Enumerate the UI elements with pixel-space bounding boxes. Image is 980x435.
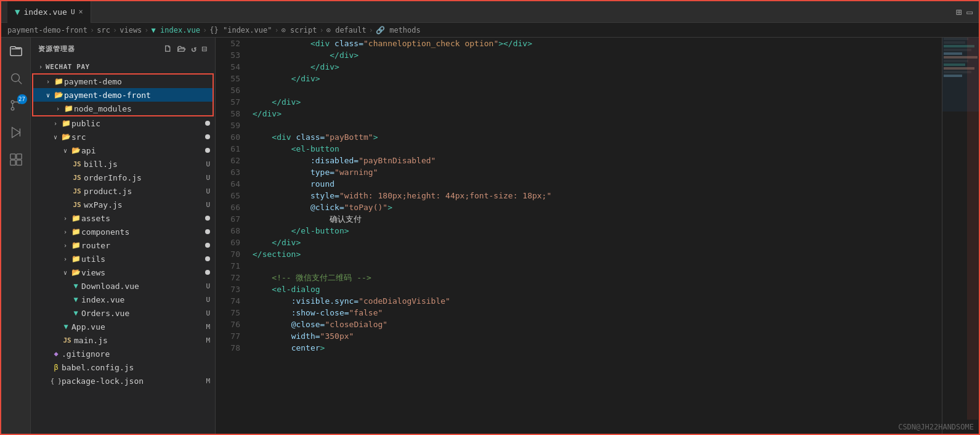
modified-dot xyxy=(205,256,210,261)
collapse-icon[interactable]: ⊟ xyxy=(202,44,208,54)
source-control-badge: 27 xyxy=(17,94,27,104)
sidebar-item-components[interactable]: › 📁 components xyxy=(31,225,215,238)
new-folder-icon[interactable]: 🗁 xyxy=(177,44,186,54)
file-status: M xyxy=(206,323,210,331)
workspace-arrow: › xyxy=(36,63,46,70)
activity-files-icon[interactable] xyxy=(7,43,25,60)
sidebar-item-babel[interactable]: β babel.config.js xyxy=(31,360,215,374)
activity-search-icon[interactable] xyxy=(7,70,25,87)
modified-dot xyxy=(205,216,210,221)
sidebar-header: 资源管理器 🗋 🗁 ↺ ⊟ xyxy=(31,38,215,60)
folder-label: payment-demo xyxy=(64,77,208,86)
tab-status: U xyxy=(71,8,75,16)
modified-dot xyxy=(205,121,210,126)
sidebar-item-payment-demo[interactable]: › 📁 payment-demo xyxy=(33,75,213,88)
folder-label: router xyxy=(81,241,205,250)
folder-label: node_modules xyxy=(74,104,208,113)
breadcrumb-part[interactable]: 🔗 methods xyxy=(376,26,421,35)
breadcrumb-part[interactable]: ⊙ script xyxy=(281,26,317,35)
panel-icon[interactable]: ▭ xyxy=(966,6,973,18)
activity-run-icon[interactable] xyxy=(7,124,25,141)
folder-icon: 📁 xyxy=(53,77,64,86)
js-file-icon: JS xyxy=(70,187,84,195)
file-label: package-lock.json xyxy=(62,376,206,386)
refresh-icon[interactable]: ↺ xyxy=(191,44,196,54)
folder-arrow: › xyxy=(51,120,60,127)
breadcrumb-sep: › xyxy=(369,26,373,35)
svg-line-1 xyxy=(18,81,22,84)
folder-arrow: ∨ xyxy=(60,269,70,276)
code-line-75: :show-close="false" xyxy=(253,307,942,319)
minimap xyxy=(942,38,979,434)
new-file-icon[interactable]: 🗋 xyxy=(163,44,172,54)
minimap-svg xyxy=(942,38,979,420)
layout-icon[interactable]: ⊞ xyxy=(956,6,962,18)
tab-close-button[interactable]: × xyxy=(79,7,83,16)
sidebar-item-orders-vue[interactable]: ▼ Orders.vue U xyxy=(31,306,215,320)
code-line-77: width="350px" xyxy=(253,330,942,342)
folder-arrow: ∨ xyxy=(51,134,60,140)
folder-label: payment-demo-front xyxy=(64,91,208,100)
file-status: U xyxy=(206,282,210,290)
sidebar-item-utils[interactable]: › 📁 utils xyxy=(31,252,215,266)
code-line-52: <div class="channeloption_check option">… xyxy=(253,38,942,49)
svg-rect-8 xyxy=(16,154,21,159)
modified-dot xyxy=(205,270,210,275)
sidebar-item-node-modules[interactable]: › 📁 node_modules xyxy=(33,102,213,115)
breadcrumb-part[interactable]: src xyxy=(97,26,110,35)
sidebar-item-index-vue[interactable]: ▼ index.vue U xyxy=(31,293,215,306)
sidebar-item-main-js[interactable]: JS main.js M xyxy=(31,333,215,347)
breadcrumb-part[interactable]: payment-demo-front xyxy=(7,26,87,35)
breadcrumb-part[interactable]: views xyxy=(119,26,142,35)
vue-file-icon: ▼ xyxy=(70,309,81,317)
svg-rect-10 xyxy=(16,160,21,165)
activity-source-control-icon[interactable]: 27 xyxy=(7,97,25,114)
folder-icon: 📁 xyxy=(70,214,81,222)
file-label: product.js xyxy=(84,187,206,196)
breadcrumb-sep: › xyxy=(274,26,278,35)
code-line-76: @close="closeDialog" xyxy=(253,319,942,330)
activity-extensions-icon[interactable] xyxy=(7,151,25,168)
folder-icon: 📁 xyxy=(63,104,74,113)
sidebar-item-download-vue[interactable]: ▼ Download.vue U xyxy=(31,279,215,293)
workspace-root[interactable]: › WECHAT PAY xyxy=(31,60,215,73)
sidebar-item-app-vue[interactable]: ▼ App.vue M xyxy=(31,320,215,333)
git-file-icon: ◆ xyxy=(51,349,62,358)
folder-arrow: ∨ xyxy=(43,92,53,99)
workspace-label: WECHAT PAY xyxy=(46,63,90,71)
sidebar-item-gitignore[interactable]: ◆ .gitignore xyxy=(31,347,215,360)
sidebar-item-bill[interactable]: JS bill.js U xyxy=(31,157,215,171)
main-layout: 27 资源管理器 🗋 🗁 ↺ ⊟ xyxy=(1,38,979,434)
folder-arrow: › xyxy=(60,242,70,249)
sidebar-item-assets[interactable]: › 📁 assets xyxy=(31,211,215,225)
svg-rect-7 xyxy=(10,154,15,159)
code-line-73: <el-dialog xyxy=(253,283,942,295)
breadcrumb-part[interactable]: ⊙ default xyxy=(326,26,366,35)
sidebar-item-package-lock[interactable]: { } package-lock.json M xyxy=(31,374,215,388)
sidebar-item-api[interactable]: ∨ 📂 api xyxy=(31,144,215,157)
file-label: bill.js xyxy=(84,160,206,169)
folder-label: utils xyxy=(81,254,205,264)
sidebar-item-wxpay[interactable]: JS wxPay.js U xyxy=(31,198,215,211)
sidebar-item-product[interactable]: JS product.js U xyxy=(31,184,215,198)
file-status: U xyxy=(206,296,210,304)
file-status: M xyxy=(206,377,210,385)
code-line-54: </div> xyxy=(253,61,942,73)
sidebar-item-router[interactable]: › 📁 router xyxy=(31,238,215,252)
sidebar-item-orderinfo[interactable]: JS orderInfo.js U xyxy=(31,171,215,184)
sidebar-item-public[interactable]: › 📁 public xyxy=(31,116,215,130)
breadcrumb-file[interactable]: ▼ index.vue xyxy=(152,26,200,35)
sidebar-item-src[interactable]: ∨ 📂 src xyxy=(31,130,215,144)
editor-content: 52 53 54 55 56 57 58 59 60 61 62 63 64 6… xyxy=(216,38,979,434)
sidebar-item-views[interactable]: ∨ 📂 views xyxy=(31,266,215,279)
editor-tab[interactable]: ▼ index.vue U × xyxy=(7,1,91,23)
code-editor[interactable]: <div class="channeloption_check option">… xyxy=(248,38,942,434)
code-line-66: @click="toPay()"> xyxy=(253,201,942,213)
file-status: U xyxy=(206,187,210,195)
sidebar-item-payment-demo-front[interactable]: ∨ 📂 payment-demo-front xyxy=(33,88,213,102)
breadcrumb-part[interactable]: {} "index.vue" xyxy=(209,26,272,35)
js-file-icon: JS xyxy=(70,174,84,182)
file-status: U xyxy=(206,309,210,317)
vue-file-icon: ▼ xyxy=(70,282,81,290)
breadcrumb-sep: › xyxy=(90,26,94,35)
